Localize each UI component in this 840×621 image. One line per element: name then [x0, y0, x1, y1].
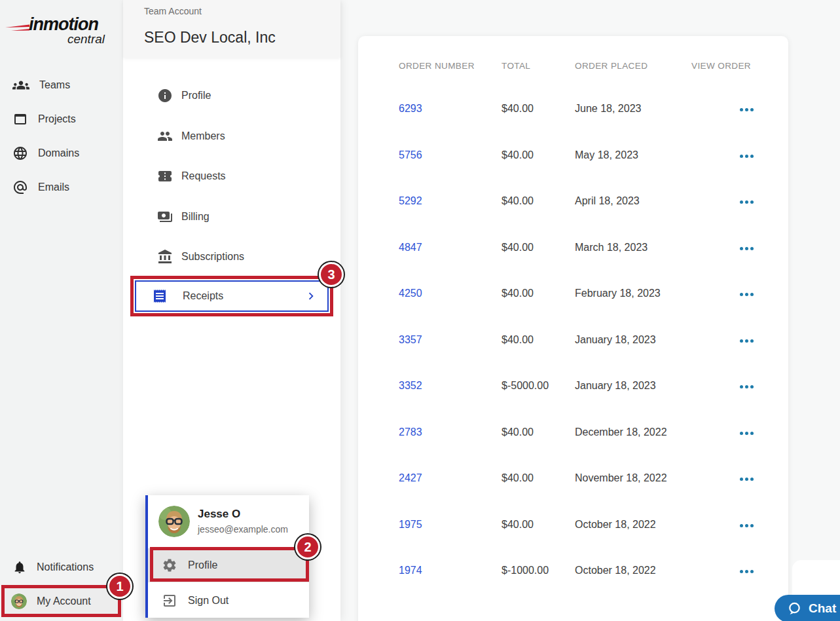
- view-order-menu-button[interactable]: [736, 289, 758, 300]
- order-number-link[interactable]: 4250: [399, 288, 502, 299]
- order-total: $40.00: [502, 288, 575, 299]
- panel-item-label: Subscriptions: [181, 251, 244, 263]
- view-order-cell: [691, 102, 801, 115]
- requests-icon: [157, 168, 173, 184]
- view-order-cell: [691, 241, 801, 254]
- order-placed-date: February 18, 2023: [575, 288, 691, 299]
- panel-item-requests[interactable]: Requests: [123, 159, 340, 193]
- order-placed-date: November 18, 2022: [575, 472, 691, 484]
- view-order-menu-button[interactable]: [736, 104, 758, 115]
- user-avatar: [11, 593, 27, 609]
- popup-item-label: Profile: [188, 559, 217, 571]
- popup-item-profile[interactable]: Profile: [148, 548, 309, 582]
- order-placed-date: April 18, 2023: [575, 195, 691, 207]
- domains-icon: [12, 145, 28, 161]
- emails-icon: [12, 179, 28, 195]
- order-number-link[interactable]: 3352: [399, 380, 502, 392]
- order-number-link[interactable]: 4847: [399, 242, 502, 254]
- popup-user-header: Jesse O jesseo@example.com: [148, 495, 309, 547]
- sidebar-item-label: Notifications: [37, 561, 94, 573]
- team-account-eyebrow: Team Account: [144, 6, 202, 16]
- order-placed-date: December 18, 2022: [575, 426, 691, 438]
- order-number-link[interactable]: 3357: [399, 334, 502, 346]
- order-total: $40.00: [502, 472, 575, 484]
- order-number-link[interactable]: 2783: [399, 426, 502, 438]
- view-order-cell: [691, 564, 801, 577]
- order-number-link[interactable]: 1974: [399, 565, 502, 576]
- panel-item-label: Members: [181, 130, 225, 142]
- sidebar-item-label: Teams: [39, 79, 70, 91]
- view-order-cell: [691, 195, 801, 208]
- view-order-menu-button[interactable]: [736, 335, 758, 347]
- panel-item-label: Profile: [181, 90, 211, 102]
- order-total: $40.00: [502, 519, 575, 531]
- order-number-link[interactable]: 6293: [399, 103, 502, 115]
- order-number-link[interactable]: 2427: [399, 472, 502, 484]
- table-row: 3357$40.00January 18, 2023: [358, 317, 788, 364]
- panel-item-receipts[interactable]: Receipts: [135, 280, 329, 312]
- popup-item-sign-out[interactable]: Sign Out: [148, 584, 309, 618]
- order-placed-date: March 18, 2023: [575, 242, 691, 254]
- table-row: 1974$-1000.00October 18, 2022: [358, 548, 788, 594]
- user-avatar-large: [158, 506, 190, 537]
- order-number-link[interactable]: 5292: [399, 195, 502, 207]
- view-order-cell: [691, 149, 801, 162]
- annotation-box-step3: Receipts: [130, 276, 333, 316]
- chat-button[interactable]: Chat: [775, 595, 840, 621]
- sidebar-item-label: Projects: [38, 113, 76, 125]
- table-row: 4250$40.00February 18, 2023: [358, 271, 788, 317]
- sidebar-item-teams[interactable]: Teams: [0, 68, 123, 102]
- panel-item-profile[interactable]: Profile: [123, 79, 340, 113]
- order-total: $-5000.00: [502, 380, 575, 392]
- logo-text-secondary: central: [67, 32, 105, 47]
- table-row: 5292$40.00April 18, 2023: [358, 178, 788, 225]
- sidebar-item-notifications[interactable]: Notifications: [0, 550, 123, 584]
- orders-table-body: 6293$40.00June 18, 20235756$40.00May 18,…: [358, 86, 788, 594]
- members-icon: [157, 128, 173, 144]
- sidebar-item-emails[interactable]: Emails: [0, 170, 123, 204]
- column-header-total: TOTAL: [502, 61, 575, 71]
- order-total: $40.00: [502, 103, 575, 115]
- order-number-link[interactable]: 5756: [399, 149, 502, 161]
- sidebar-item-domains[interactable]: Domains: [0, 136, 123, 170]
- order-number-link[interactable]: 1975: [399, 519, 502, 531]
- projects-icon: [12, 111, 28, 127]
- panel-item-billing[interactable]: Billing: [123, 200, 340, 234]
- receipts-icon: [152, 288, 168, 304]
- notifications-icon: [12, 560, 27, 574]
- view-order-cell: [691, 518, 801, 531]
- order-placed-date: January 18, 2023: [575, 334, 691, 346]
- team-account-title: SEO Dev Local, Inc: [144, 29, 276, 47]
- user-account-popup: Jesse O jesseo@example.com Profile Sign …: [145, 495, 309, 618]
- sidebar-item-projects[interactable]: Projects: [0, 102, 123, 136]
- view-order-menu-button[interactable]: [736, 474, 758, 485]
- panel-item-label: Billing: [181, 211, 210, 223]
- panel-item-subscriptions[interactable]: Subscriptions: [123, 240, 340, 274]
- receipts-orders-card: ORDER NUMBER TOTAL ORDER PLACED VIEW ORD…: [358, 36, 788, 621]
- order-placed-date: June 18, 2023: [575, 103, 691, 115]
- order-placed-date: October 18, 2022: [575, 519, 691, 531]
- order-total: $40.00: [502, 426, 575, 438]
- view-order-menu-button[interactable]: [736, 197, 758, 208]
- view-order-menu-button[interactable]: [736, 151, 758, 162]
- my-account-label: My Account: [37, 595, 91, 607]
- chat-bubble-icon: [786, 601, 802, 616]
- view-order-menu-button[interactable]: [736, 428, 758, 439]
- chat-button-label: Chat: [809, 601, 836, 616]
- sign-out-icon: [162, 593, 177, 609]
- view-order-menu-button[interactable]: [736, 381, 758, 392]
- table-row: 5756$40.00May 18, 2023: [358, 132, 788, 179]
- table-row: 6293$40.00June 18, 2023: [358, 86, 788, 132]
- order-total: $-1000.00: [502, 565, 575, 576]
- team-account-header: Team Account SEO Dev Local, Inc: [123, 0, 340, 58]
- view-order-menu-button[interactable]: [736, 566, 758, 577]
- user-email: jesseo@example.com: [198, 524, 288, 535]
- billing-icon: [157, 209, 173, 225]
- sidebar-item-my-account[interactable]: My Account: [1, 585, 121, 617]
- annotation-badge-1: 1: [107, 574, 132, 599]
- view-order-menu-button[interactable]: [736, 243, 758, 254]
- order-placed-date: October 18, 2022: [575, 565, 691, 576]
- view-order-menu-button[interactable]: [736, 520, 758, 531]
- panel-item-members[interactable]: Members: [123, 119, 340, 153]
- table-row: 1975$40.00October 18, 2022: [358, 502, 788, 548]
